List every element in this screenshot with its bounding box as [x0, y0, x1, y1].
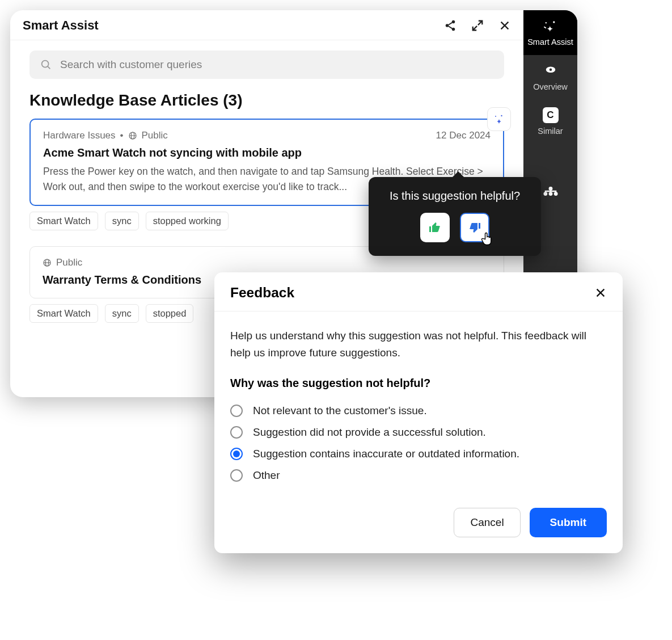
rail-item-similar[interactable]: C Similar — [523, 99, 577, 144]
svg-point-17 — [554, 193, 557, 196]
radio-icon[interactable] — [230, 448, 243, 460]
modal-title: Feedback — [230, 285, 594, 301]
tag[interactable]: stopped working — [146, 212, 229, 230]
card-date: 12 Dec 2024 — [436, 130, 491, 141]
rail-label: Overview — [533, 82, 567, 91]
modal-body: Help us understand why this suggestion w… — [214, 311, 623, 492]
modal-close-icon[interactable] — [594, 287, 607, 299]
modal-footer: Cancel Submit — [214, 492, 623, 553]
rail-item-overview[interactable]: Overview — [523, 55, 577, 99]
rail-sparkle-icon — [543, 18, 559, 34]
radio-icon[interactable] — [230, 426, 243, 439]
tag[interactable]: sync — [105, 212, 139, 230]
globe-icon — [128, 131, 137, 140]
card-category: Hardware Issues — [43, 130, 116, 141]
vote-row — [381, 213, 529, 242]
rail-item-smart-assist[interactable]: Smart Assist — [523, 10, 577, 55]
c-icon: C — [543, 107, 559, 123]
thumbs-down-button[interactable] — [460, 213, 489, 242]
thumbs-up-icon — [428, 221, 442, 234]
feedback-option[interactable]: Suggestion contains inaccurate or outdat… — [230, 443, 607, 465]
feedback-option-label: Other — [253, 469, 280, 482]
tag[interactable]: sync — [105, 304, 139, 323]
svg-point-2 — [452, 28, 455, 31]
feedback-option[interactable]: Not relevant to the customer's issue. — [230, 400, 607, 422]
svg-point-3 — [42, 61, 49, 68]
svg-point-11 — [545, 22, 546, 23]
radio-icon[interactable] — [230, 405, 243, 417]
hand-cursor-icon — [479, 231, 495, 247]
app-header: Smart Assist — [10, 10, 523, 40]
search-icon — [40, 58, 52, 71]
card-meta-row: Public — [43, 257, 491, 268]
modal-question: Why was the suggestion not helpful? — [230, 377, 607, 390]
card-visibility: Public — [56, 257, 82, 268]
svg-point-14 — [549, 188, 552, 191]
svg-point-16 — [549, 193, 552, 196]
helpfulness-popover: Is this suggestion helpful? — [369, 177, 541, 256]
feedback-option-label: Not relevant to the customer's issue. — [253, 405, 427, 417]
feedback-option[interactable]: Suggestion did not provide a successful … — [230, 422, 607, 443]
tag[interactable]: Smart Watch — [29, 212, 98, 230]
popover-title: Is this suggestion helpful? — [381, 190, 529, 203]
modal-description: Help us understand why this suggestion w… — [230, 327, 607, 362]
sitemap-icon — [543, 183, 559, 199]
svg-point-10 — [553, 21, 555, 23]
svg-point-0 — [452, 20, 455, 24]
feedback-option-label: Suggestion did not provide a successful … — [253, 426, 486, 439]
eye-icon — [543, 63, 559, 79]
share-icon[interactable] — [444, 19, 457, 32]
header-actions — [444, 19, 511, 32]
feedback-modal: Feedback Help us understand why this sug… — [214, 272, 623, 553]
kb-section-title: Knowledge Base Articles (3) — [29, 91, 504, 110]
svg-point-1 — [446, 24, 449, 27]
submit-button[interactable]: Submit — [530, 508, 607, 537]
rail-label: Similar — [538, 127, 563, 136]
svg-point-15 — [544, 193, 547, 196]
svg-point-13 — [549, 69, 552, 71]
tag[interactable]: Smart Watch — [29, 304, 98, 323]
feedback-option[interactable]: Other — [230, 465, 607, 486]
ai-sparkle-icon[interactable] — [487, 107, 511, 131]
svg-point-5 — [495, 116, 496, 117]
rail-label: Smart Assist — [527, 37, 573, 47]
card-meta-row: Hardware Issues • Public 12 Dec 2024 — [43, 130, 491, 141]
modal-header: Feedback — [214, 272, 623, 311]
tag[interactable]: stopped — [146, 304, 194, 323]
card-title: Acme Smart Watch not syncing with mobile… — [43, 145, 491, 161]
svg-point-4 — [501, 115, 502, 116]
search-bar[interactable] — [29, 50, 504, 79]
expand-icon[interactable] — [471, 19, 484, 32]
app-title: Smart Assist — [23, 18, 444, 33]
search-input[interactable] — [60, 58, 494, 71]
radio-icon[interactable] — [230, 469, 243, 482]
cancel-button[interactable]: Cancel — [454, 508, 520, 537]
close-icon[interactable] — [498, 19, 511, 32]
card-visibility: Public — [142, 130, 168, 141]
globe-icon — [43, 258, 52, 267]
thumbs-up-button[interactable] — [420, 213, 450, 242]
feedback-option-label: Suggestion contains inaccurate or outdat… — [253, 448, 519, 460]
